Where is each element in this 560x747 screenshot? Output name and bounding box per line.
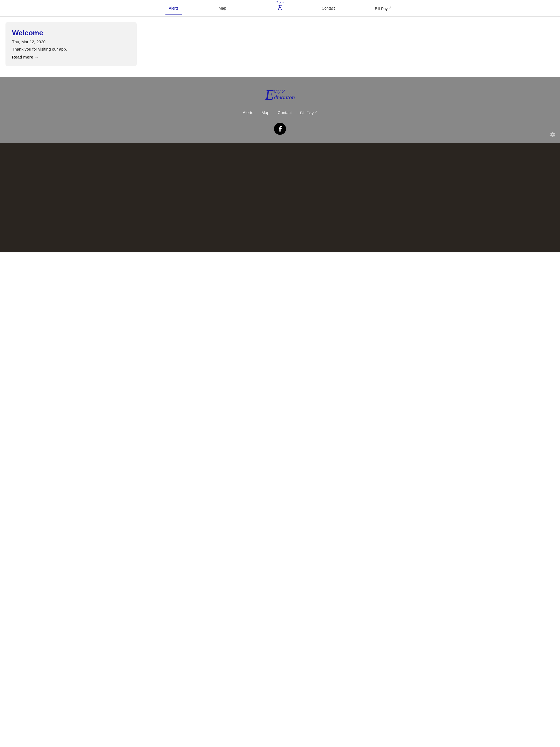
read-more-link[interactable]: Read more → bbox=[12, 55, 39, 59]
welcome-body: Thank you for visiting our app. bbox=[12, 47, 130, 51]
footer-logo-text: City of dmonton bbox=[274, 89, 295, 101]
footer-nav-map[interactable]: Map bbox=[261, 110, 269, 115]
footer-logo: E City of dmonton bbox=[265, 88, 295, 102]
nav-item-billpay[interactable]: Bill Pay ↗ bbox=[372, 1, 394, 16]
welcome-title: Welcome bbox=[12, 29, 130, 37]
settings-button[interactable] bbox=[550, 131, 556, 138]
gear-icon bbox=[550, 131, 556, 137]
footer: E City of dmonton Alerts Map Contact Bil… bbox=[0, 77, 560, 143]
dark-bottom-section bbox=[0, 143, 560, 252]
welcome-date: Thu, Mar 12, 2020 bbox=[12, 40, 130, 44]
main-nav: Alerts Map Contact Bill Pay ↗ City of E bbox=[149, 0, 411, 17]
footer-nav: Alerts Map Contact Bill Pay ↗ bbox=[243, 110, 317, 115]
footer-nav-billpay[interactable]: Bill Pay ↗ bbox=[300, 110, 317, 115]
footer-city-name: dmonton bbox=[274, 94, 295, 101]
welcome-card: Welcome Thu, Mar 12, 2020 Thank you for … bbox=[5, 22, 137, 66]
footer-nav-alerts[interactable]: Alerts bbox=[243, 110, 253, 115]
header-logo-letter: E bbox=[278, 4, 282, 11]
footer-city-of: City of bbox=[274, 89, 295, 94]
header: Alerts Map Contact Bill Pay ↗ City of E bbox=[0, 0, 560, 17]
facebook-icon bbox=[277, 126, 283, 132]
main-content: Welcome Thu, Mar 12, 2020 Thank you for … bbox=[0, 17, 560, 77]
nav-item-alerts[interactable]: Alerts bbox=[166, 1, 182, 15]
header-logo[interactable]: City of E bbox=[276, 1, 285, 11]
nav-item-map[interactable]: Map bbox=[215, 1, 229, 15]
footer-facebook-button[interactable] bbox=[274, 123, 286, 135]
footer-nav-contact[interactable]: Contact bbox=[278, 110, 292, 115]
footer-external-icon: ↗ bbox=[315, 110, 317, 113]
external-link-icon: ↗ bbox=[389, 6, 391, 9]
nav-item-contact[interactable]: Contact bbox=[318, 1, 338, 15]
footer-logo-letter: E bbox=[265, 88, 274, 102]
